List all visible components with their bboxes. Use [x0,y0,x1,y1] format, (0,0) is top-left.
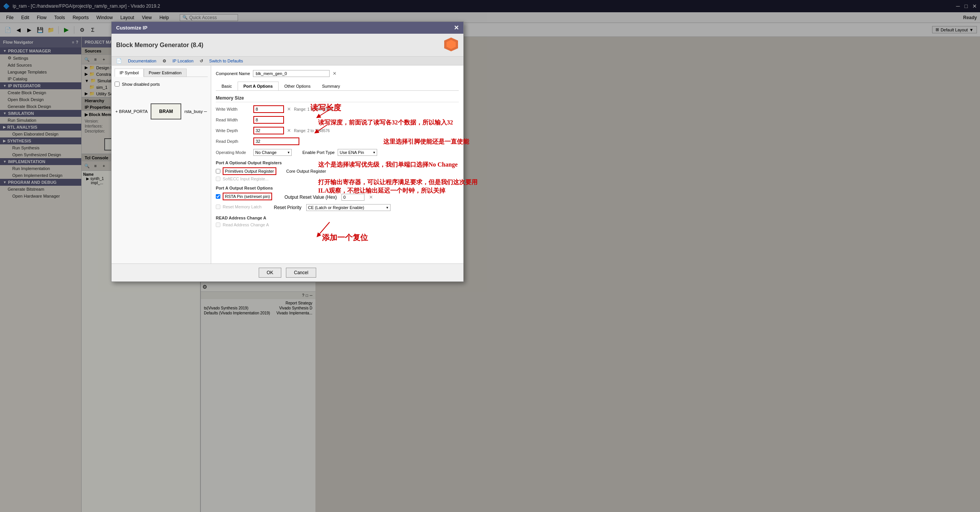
write-depth-range: Range: 2 to 1048576 [294,129,330,133]
bram-left-pin: + BRAM_PORTA [115,109,148,114]
reset-priority-label: Reset Priority [274,205,301,210]
write-depth-input[interactable] [253,127,284,134]
bram-block-label: BRAM [159,109,173,114]
write-width-label: Write Width [216,107,250,111]
modal-left-tabs: IP Symbol Power Estimation [115,69,208,77]
reset-memory-latch-checkbox[interactable] [216,204,220,209]
output-reset-value-label: Output Reset Value (Hex) [284,195,337,200]
operating-mode-select-wrapper: No Change Read First Write First [253,149,292,156]
reset-memory-latch-item: Reset Memory Latch [216,204,261,209]
reset-memory-latch-row: Reset Memory Latch Reset Priority CE (La… [216,204,459,211]
reset-priority-wrapper: CE (Latch or Register Enable) SR (Set/Re… [306,204,391,211]
read-depth-input[interactable] [253,137,299,145]
bram-right-pin: rsta_busy ─ [184,109,207,114]
read-depth-label: Read Depth [216,139,250,144]
softECC-checkbox[interactable] [216,177,220,181]
modal-toolbar: 📄 Documentation ⚙ IP Location ↺ Switch t… [112,57,463,65]
modal-ip-title: Block Memory Generator (8.4) [116,42,440,49]
reset-priority-select[interactable]: CE (Latch or Register Enable) SR (Set/Re… [306,204,391,211]
write-width-clear[interactable]: ✕ [287,106,291,112]
softECC-row: SoftECC Input Registe... [216,177,459,181]
bram-symbol: + BRAM_PORTA BRAM rsta_busy ─ [115,103,207,119]
read-address-row: Read Address Change A [216,222,459,227]
modal-header-content: Block Memory Generator (8.4) [116,42,440,49]
rsta-pin-checkbox[interactable] [216,194,220,199]
vivado-logo [443,37,459,53]
ip-location-link[interactable]: IP Location [172,59,194,63]
component-name-row: Component Name ✕ [216,70,459,77]
rsta-pin-label: RSTA Pin (set/reset pin) [223,193,272,200]
show-disabled-ports-row: Show disabled ports [115,80,208,88]
modal-close-button[interactable]: ✕ [454,24,459,31]
modal-footer: OK Cancel [112,263,463,281]
switch-defaults-link[interactable]: Switch to Defaults [209,59,243,63]
write-width-input[interactable] [253,105,284,113]
tab-summary[interactable]: Summary [316,82,346,90]
read-width-label: Read Width [216,118,250,122]
read-width-input[interactable] [253,116,284,124]
rsta-pin-row: RSTA Pin (set/reset pin) Output Reset Va… [216,193,459,202]
switch-icon: ↺ [200,59,203,64]
documentation-link[interactable]: Documentation [128,59,156,63]
comp-name-label: Component Name [216,71,250,76]
modal-overlay: Customize IP ✕ Block Memory Generator (8… [0,0,980,512]
write-width-range: Range: 1 to 4608 (bits) [294,107,333,111]
tab-ip-symbol[interactable]: IP Symbol [115,69,144,77]
operating-mode-select[interactable]: No Change Read First Write First [253,149,292,156]
modal-header: Block Memory Generator (8.4) [112,34,463,57]
doc-icon: 📄 [116,58,122,64]
reset-memory-latch-label: Reset Memory Latch [223,204,261,209]
read-address-section: READ Address Change A [216,216,459,220]
tab-basic[interactable]: Basic [216,82,238,90]
core-output-reg-label: Core Output Register [286,169,326,173]
component-name-input[interactable] [253,70,330,77]
bram-symbol-area: + BRAM_PORTA BRAM rsta_busy ─ [115,103,208,119]
comp-name-clear-btn[interactable]: ✕ [333,71,337,76]
rsta-pin-checkbox-item: RSTA Pin (set/reset pin) [216,193,272,200]
write-depth-row: Write Depth ✕ Range: 2 to 1048576 [216,127,459,134]
enable-port-type-select[interactable]: Use ENA Pin Always Enabled [338,149,377,156]
operating-mode-row: Operating Mode No Change Read First Writ… [216,149,459,156]
modal-title: Customize IP [116,25,148,31]
memory-size-title: Memory Size [216,95,459,102]
read-address-checkbox[interactable] [216,222,220,227]
primitives-output-label: Primitives Output Register [223,167,276,175]
modal-content-tabs: Basic Port A Options Other Options Summa… [216,82,459,91]
read-depth-row: Read Depth [216,137,459,145]
ok-button[interactable]: OK [259,268,281,278]
tab-other-options[interactable]: Other Options [279,82,316,90]
primitives-output-reg-row: Primitives Output Register Core Output R… [216,167,459,175]
porta-reset-section: Port A Output Reset Options [216,186,459,190]
output-reset-value-input[interactable] [341,194,364,201]
porta-optional-section: Port A Optional Output Registers [216,160,459,165]
read-address-label: Read Address Change A [223,222,269,227]
main-layout: Flow Navigator ≡ ? ▼ PROJECT MANAGER ⚙ S… [0,37,980,512]
write-width-row: Write Width ✕ Range: 1 to 4608 (bits) [216,105,459,113]
reset-value-clear[interactable]: ✕ [369,195,373,200]
enable-port-type-label: Enable Port Type [302,150,335,155]
ip-location-icon: ⚙ [163,59,166,64]
modal-right-panel: Component Name ✕ Basic Port A Options Ot… [211,65,463,263]
modal-body: IP Symbol Power Estimation Show disabled… [112,65,463,263]
show-disabled-ports-checkbox[interactable] [115,82,120,87]
primitives-output-checkbox[interactable] [216,169,220,173]
read-width-row: Read Width [216,116,459,124]
write-depth-label: Write Depth [216,128,250,133]
tab-porta-options[interactable]: Port A Options [238,82,279,90]
cancel-button[interactable]: Cancel [286,268,316,278]
operating-mode-label: Operating Mode [216,150,250,155]
enable-port-type-wrapper: Use ENA Pin Always Enabled [338,149,377,156]
softECC-label: SoftECC Input Registe... [223,177,269,181]
modal-left-panel: IP Symbol Power Estimation Show disabled… [112,65,211,263]
customize-ip-dialog: Customize IP ✕ Block Memory Generator (8… [111,21,464,282]
tab-power-estimation[interactable]: Power Estimation [144,69,187,77]
bram-symbol-block: BRAM [151,103,181,119]
show-disabled-ports-label: Show disabled ports [122,82,160,87]
modal-title-bar: Customize IP ✕ [112,22,463,34]
write-depth-clear[interactable]: ✕ [287,128,291,133]
